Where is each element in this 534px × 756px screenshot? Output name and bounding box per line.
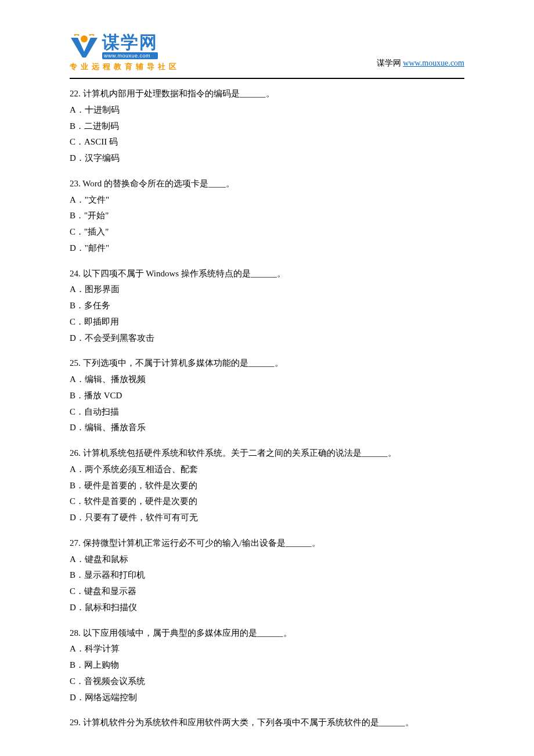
option-c: C．"插入" [70, 224, 464, 240]
option-d: D．只要有了硬件，软件可有可无 [70, 510, 464, 526]
logo-sub-text: www.mouxue.com [102, 52, 158, 59]
option-a: A．键盘和鼠标 [70, 552, 464, 568]
logo-main-text: 谋学网 [102, 34, 158, 51]
logo-tagline: 专业远程教育辅导社区 [70, 62, 180, 72]
option-b: B．显示器和打印机 [70, 567, 464, 584]
question-text: 22. 计算机内部用于处理数据和指令的编码是______。 [70, 86, 464, 102]
option-a: A．编辑、播放视频 [70, 372, 464, 388]
option-a: A．科学计算 [70, 641, 464, 657]
logo-text-block: 谋学网 www.mouxue.com [102, 34, 158, 59]
option-b: B．多任务 [70, 298, 464, 314]
question-27: 27. 保持微型计算机正常运行必不可少的输入/输出设备是______。 A．键盘… [70, 535, 464, 616]
question-text: 28. 以下应用领域中，属于典型的多媒体应用的是______。 [70, 625, 464, 642]
svg-point-0 [81, 35, 88, 42]
question-23: 23. Word 的替换命令所在的选项卡是____。 A．"文件" B．"开始"… [70, 176, 464, 257]
option-b: B．"开始" [70, 208, 464, 224]
header-site-link: 谋学网 www.mouxue.com [377, 58, 464, 72]
site-url-link[interactable]: www.mouxue.com [403, 59, 464, 67]
question-24: 24. 以下四项不属于 Windows 操作系统特点的是______。 A．图形… [70, 266, 464, 347]
option-d: D．鼠标和扫描仪 [70, 600, 464, 616]
logo-icon [70, 34, 99, 59]
option-c: C．即插即用 [70, 314, 464, 330]
option-a: A．图形界面 [70, 282, 464, 298]
document-content: 22. 计算机内部用于处理数据和指令的编码是______。 A．十进制码 B．二… [0, 79, 534, 731]
option-b: B．播放 VCD [70, 388, 464, 404]
option-d: D．汉字编码 [70, 150, 464, 167]
option-a: A．"文件" [70, 192, 464, 208]
option-b: B．二进制码 [70, 118, 464, 135]
option-d: D．不会受到黑客攻击 [70, 330, 464, 347]
question-29: 29. 计算机软件分为系统软件和应用软件两大类，下列各项中不属于系统软件的是__… [70, 715, 464, 731]
option-c: C．音视频会议系统 [70, 674, 464, 690]
site-logo: 谋学网 www.mouxue.com 专业远程教育辅导社区 [70, 34, 180, 72]
option-c: C．ASCII 码 [70, 134, 464, 150]
question-25: 25. 下列选项中，不属于计算机多媒体功能的是______。 A．编辑、播放视频… [70, 355, 464, 436]
question-28: 28. 以下应用领域中，属于典型的多媒体应用的是______。 A．科学计算 B… [70, 625, 464, 706]
option-c: C．键盘和显示器 [70, 584, 464, 600]
question-22: 22. 计算机内部用于处理数据和指令的编码是______。 A．十进制码 B．二… [70, 86, 464, 167]
option-b: B．硬件是首要的，软件是次要的 [70, 478, 464, 494]
option-c: C．软件是首要的，硬件是次要的 [70, 494, 464, 510]
question-text: 26. 计算机系统包括硬件系统和软件系统。关于二者之间的关系正确的说法是____… [70, 445, 464, 462]
site-label: 谋学网 [377, 59, 403, 67]
option-d: D．网络远端控制 [70, 690, 464, 706]
question-text: 27. 保持微型计算机正常运行必不可少的输入/输出设备是______。 [70, 535, 464, 552]
option-b: B．网上购物 [70, 657, 464, 674]
question-26: 26. 计算机系统包括硬件系统和软件系统。关于二者之间的关系正确的说法是____… [70, 445, 464, 526]
option-d: D．"邮件" [70, 240, 464, 257]
question-text: 23. Word 的替换命令所在的选项卡是____。 [70, 176, 464, 192]
option-d: D．编辑、播放音乐 [70, 420, 464, 436]
question-text: 24. 以下四项不属于 Windows 操作系统特点的是______。 [70, 266, 464, 282]
question-text: 25. 下列选项中，不属于计算机多媒体功能的是______。 [70, 355, 464, 372]
option-a: A．十进制码 [70, 102, 464, 118]
question-text: 29. 计算机软件分为系统软件和应用软件两大类，下列各项中不属于系统软件的是__… [70, 715, 464, 731]
logo-top-row: 谋学网 www.mouxue.com [70, 34, 158, 59]
option-c: C．自动扫描 [70, 404, 464, 420]
option-a: A．两个系统必须互相适合、配套 [70, 462, 464, 478]
page-header: 谋学网 www.mouxue.com 专业远程教育辅导社区 谋学网 www.mo… [0, 0, 534, 75]
